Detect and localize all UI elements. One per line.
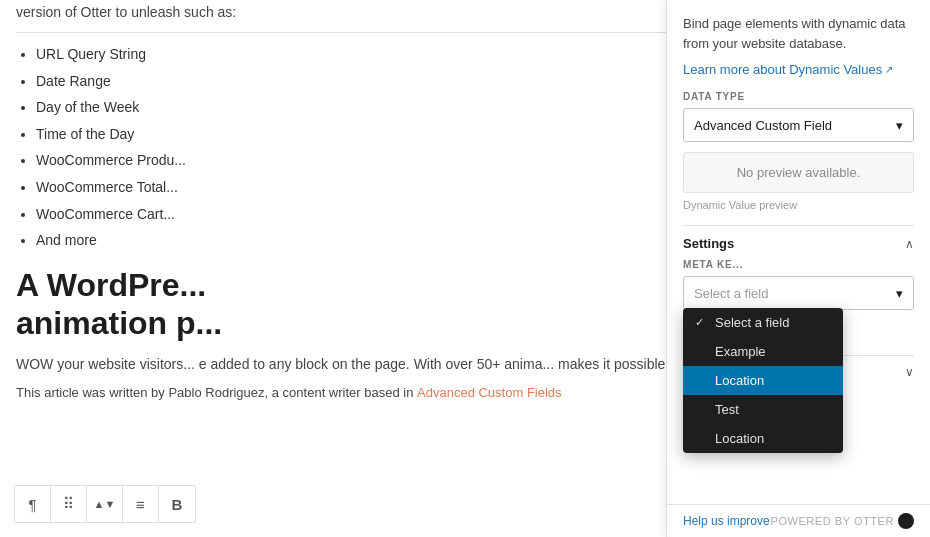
learn-more-link[interactable]: Learn more about Dynamic Values ↗ — [683, 62, 893, 77]
settings-title: Settings — [683, 236, 734, 251]
paragraph-icon[interactable]: ¶ — [15, 486, 51, 522]
help-link[interactable]: Help us improve — [683, 514, 770, 528]
data-type-label: DATA TYPE — [683, 91, 914, 102]
meta-key-chevron-icon: ▾ — [896, 286, 903, 301]
dropdown-item-example[interactable]: Example — [683, 337, 843, 366]
data-type-select-wrapper: Advanced Custom Field ▾ — [683, 108, 914, 142]
drag-icon[interactable]: ⠿ — [51, 486, 87, 522]
dropdown-item-location-selected[interactable]: Location — [683, 366, 843, 395]
external-link-icon: ↗ — [885, 64, 893, 75]
preview-box: No preview available. — [683, 152, 914, 193]
meta-key-select[interactable]: Select a field ▾ — [683, 276, 914, 310]
bold-icon[interactable]: B — [159, 486, 195, 522]
powered-by-text: POWERED BY OTTER — [771, 513, 915, 529]
acf-link[interactable]: Advanced Custom Fields — [417, 385, 562, 400]
dropdown-item-location-2[interactable]: Location — [683, 424, 843, 453]
bind-description: Bind page elements with dynamic data fro… — [683, 14, 914, 53]
otter-icon — [898, 513, 914, 529]
meta-key-dropdown: ✓ Select a field Example Location Test — [683, 308, 843, 453]
dropdown-item-test[interactable]: Test — [683, 395, 843, 424]
move-icon[interactable]: ▲▼ — [87, 486, 123, 522]
dynamic-values-panel: Bind page elements with dynamic data fro… — [666, 0, 930, 537]
chevron-down-icon-adv: ∨ — [905, 365, 914, 379]
chevron-up-icon: ∧ — [905, 237, 914, 251]
meta-key-wrapper: Select a field ▾ ✓ Select a field Exampl… — [683, 276, 914, 310]
editor-toolbar: ¶ ⠿ ▲▼ ≡ B — [14, 485, 196, 523]
preview-label: Dynamic Value preview — [683, 199, 914, 211]
check-icon: ✓ — [695, 316, 709, 329]
align-icon[interactable]: ≡ — [123, 486, 159, 522]
chevron-down-icon: ▾ — [896, 118, 903, 133]
data-type-select[interactable]: Advanced Custom Field ▾ — [683, 108, 914, 142]
dropdown-item-select-field[interactable]: ✓ Select a field — [683, 308, 843, 337]
settings-section-header[interactable]: Settings ∧ — [683, 225, 914, 259]
meta-key-label: META KE... — [683, 259, 914, 270]
panel-footer: Help us improve POWERED BY OTTER — [667, 504, 930, 537]
